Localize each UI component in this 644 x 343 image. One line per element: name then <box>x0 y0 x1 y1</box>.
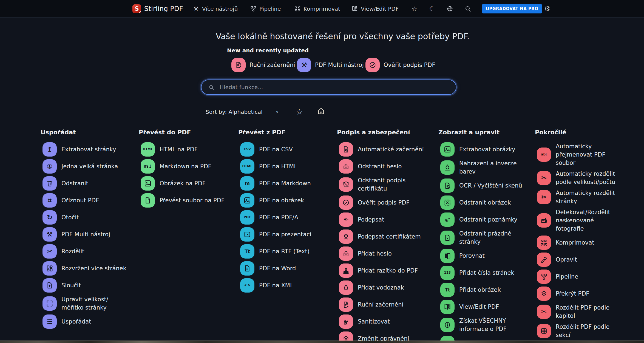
seal-check-icon <box>339 195 353 210</box>
rename-icon: ab| <box>537 148 551 162</box>
nav-item-3[interactable]: Komprimovat <box>294 0 340 17</box>
tool-item[interactable]: ✒Podepsat <box>339 212 431 227</box>
tool-item[interactable]: ⚒PDF Multi nástroj <box>42 227 135 242</box>
featured-tool[interactable]: Ruční začernění <box>231 58 295 72</box>
tool-item[interactable]: ✂Automaticky rozdělit podle velikosti/po… <box>537 170 621 186</box>
category-title: Uspořádat <box>41 129 135 136</box>
tool-item[interactable]: ↻Otočit <box>42 210 135 225</box>
tool-item[interactable]: View/Edit PDF <box>440 300 533 314</box>
tool-item[interactable]: HTMLHTML na PDF <box>141 142 233 157</box>
tool-item[interactable]: ✂Automaticky rozdělit stránky <box>537 189 621 205</box>
tool-item[interactable]: OCR / Vyčištění skenů <box>440 178 533 193</box>
spray-icon <box>339 314 353 329</box>
split-chapters-icon: ✂ <box>537 305 551 319</box>
html-icon: HTML <box>141 142 155 157</box>
tool-item[interactable]: Odstranit <box>42 176 135 191</box>
tool-item[interactable]: Odstranit prázdné stránky <box>440 229 533 246</box>
tool-item[interactable]: Odstranit podpis certifikátu <box>339 176 431 193</box>
tool-item[interactable]: Rozdělit PDF podle sekcí <box>537 323 621 339</box>
color-replace-icon <box>440 160 455 175</box>
featured-tool[interactable]: Ověřit podpis PDF <box>365 58 435 72</box>
tool-item[interactable]: Přidat vodoznak <box>339 280 431 295</box>
tool-item[interactable]: Získat VŠECHNY informace o PDF <box>440 317 533 333</box>
image-icon <box>141 176 155 191</box>
tool-item-label: PDF na RTF (Text) <box>259 247 310 256</box>
tool-item[interactable]: PDF na prezentaci <box>240 227 333 242</box>
csv-icon: CSV <box>240 142 254 157</box>
tool-item[interactable]: Porovnat <box>440 249 533 263</box>
tool-item[interactable]: Rozvržení více stránek <box>42 261 135 276</box>
search-input[interactable] <box>219 84 449 91</box>
tool-item[interactable]: ✂Rozdělit <box>42 244 135 259</box>
tool-item[interactable]: ⌗Oříznout PDF <box>42 193 135 208</box>
tool-item[interactable]: PDFPDF na PDF/A <box>240 210 333 225</box>
tool-item[interactable]: ↥Extrahovat stránky <box>42 142 135 157</box>
tool-item[interactable]: Extrahovat obrázky <box>440 142 533 157</box>
globe-icon[interactable] <box>445 0 455 17</box>
tool-item-label: Podepsat <box>358 216 384 224</box>
tool-item[interactable]: PDF na obrázek <box>240 193 333 208</box>
tool-item[interactable]: mPDF na Markdown <box>240 176 333 191</box>
search-bar[interactable] <box>201 80 456 95</box>
tool-item[interactable]: m↓Markdown na PDF <box>141 159 233 174</box>
add-image-icon: Tt <box>440 283 455 297</box>
tool-item[interactable]: TtPDF na RTF (Text) <box>240 244 333 259</box>
tool-item[interactable]: Odstranit heslo <box>339 159 431 174</box>
nav-item-1[interactable]: ⚒Více nástrojů <box>193 0 238 17</box>
tool-item[interactable]: Překrýt PDF <box>537 287 621 301</box>
upgrade-pro-button[interactable]: UPGRADOVAT NA PRO <box>482 4 542 13</box>
tool-item[interactable]: Uspořádat <box>42 314 135 329</box>
tool-item[interactable]: Automatické začernění <box>339 142 431 157</box>
tool-item[interactable]: Převést soubor na PDF <box>141 193 233 208</box>
tool-item[interactable]: Nahrazení a inverze barev <box>440 159 533 176</box>
favorites-star-icon[interactable]: ☆ <box>294 106 304 117</box>
file-icon <box>141 193 155 208</box>
tool-item[interactable]: Sanitizovat <box>339 314 431 329</box>
tool-item[interactable]: Komprimovat <box>537 236 621 250</box>
featured-tool-label: Ruční začernění <box>249 62 295 68</box>
split-sections-icon <box>537 324 551 338</box>
tool-item[interactable]: ✂Rozdělit PDF podle kapitol <box>537 304 621 320</box>
tool-item-label: PDF Multi nástroj <box>61 230 110 239</box>
sort-by-dropdown[interactable]: Sort by: Alphabetical ∨ <box>206 107 279 117</box>
tool-item[interactable]: PDF na Word <box>240 261 333 276</box>
tool-item[interactable]: Obrázek na PDF <box>141 176 233 191</box>
tool-item[interactable]: Sloučit <box>42 278 135 293</box>
tool-item[interactable]: Odstranit poznámky <box>440 212 533 227</box>
tool-item[interactable]: Podepsat certifikátem <box>339 229 431 244</box>
tool-item[interactable]: 123Přidat čísla stránek <box>440 266 533 280</box>
featured-tool[interactable]: ⚒PDF Multi nástroj <box>297 58 364 72</box>
book-open-icon <box>440 300 455 314</box>
rotate-icon: ↻ <box>42 210 57 225</box>
tool-item[interactable]: Přidat razítko do PDF <box>339 263 431 278</box>
tool-item[interactable]: HTMLPDF na HTML <box>240 159 333 174</box>
tool-item-label: PDF na PDF/A <box>259 213 298 222</box>
tool-item[interactable]: CSVPDF na CSV <box>240 142 333 157</box>
sort-by-label: Sort by: Alphabetical <box>206 109 263 115</box>
tool-item[interactable]: Pipeline <box>537 270 621 284</box>
tool-item-label: Sloučit <box>61 281 81 290</box>
tool-item[interactable]: ab|Automaticky přejmenovat PDF soubor <box>537 142 621 167</box>
tool-item[interactable]: Detekovat/Rozdělit naskenované fotografi… <box>537 208 621 233</box>
nav-item-2[interactable]: Pipeline <box>250 0 281 17</box>
search-icon[interactable] <box>463 0 473 17</box>
tool-item-label: Odstranit obrázek <box>459 199 511 207</box>
nav-item-4[interactable]: View/Edit PDF <box>351 0 399 17</box>
tool-item[interactable]: TtPřidat obrázek <box>440 283 533 297</box>
tool-item[interactable]: Upravit velikost/ měřítko stránky <box>42 295 135 312</box>
tool-item[interactable]: Ruční začernění <box>339 297 431 312</box>
home-icon[interactable] <box>317 107 327 117</box>
tool-item-label: Odstranit <box>61 179 88 188</box>
gear-icon[interactable]: ⚙ <box>542 0 552 17</box>
tool-item-label: OCR / Vyčištění skenů <box>459 182 522 190</box>
tool-item[interactable]: < >PDF na XML <box>240 278 333 293</box>
tool-item[interactable]: ①Jedna velká stránka <box>42 159 135 174</box>
tool-item[interactable]: Ověřit podpis PDF <box>339 195 431 210</box>
tool-item[interactable]: Opravit <box>537 253 621 267</box>
tool-item[interactable]: Přidat heslo <box>339 246 431 261</box>
crop-icon: ⌗ <box>42 193 57 208</box>
app-brand[interactable]: S Stirling PDF <box>132 0 183 17</box>
tool-item[interactable]: Odstranit obrázek <box>440 195 533 210</box>
star-icon[interactable]: ☆ <box>410 0 419 17</box>
moon-icon[interactable]: ☾ <box>427 0 437 17</box>
